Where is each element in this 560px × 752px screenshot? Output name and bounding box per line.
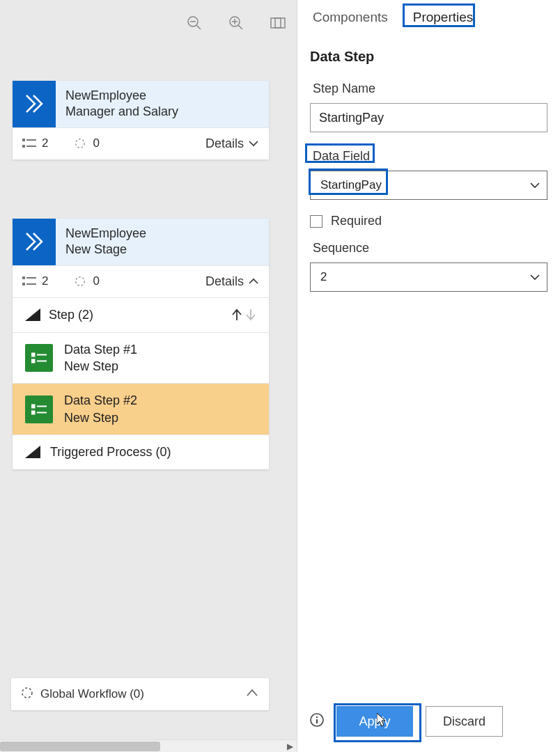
stage-header[interactable]: NewEmployee New Stage [13, 219, 269, 265]
stage-entity: NewEmployee [65, 226, 146, 242]
tab-properties[interactable]: Properties [410, 8, 476, 26]
horizontal-scrollbar[interactable]: ▶ [0, 739, 297, 752]
stage-header[interactable]: NewEmployee Manager and Salary [13, 81, 269, 127]
chevron-up-icon[interactable] [245, 688, 259, 700]
fit-screen-icon[interactable] [267, 13, 288, 33]
steps-count: 2 [22, 136, 48, 150]
info-icon[interactable] [310, 713, 324, 730]
chevron-down-icon [530, 179, 540, 191]
step-name-label: Step Name [310, 80, 378, 97]
panel-footer: Apply Discard [297, 694, 560, 752]
zoom-in-icon[interactable] [226, 13, 247, 33]
svg-rect-8 [275, 18, 281, 28]
data-step-icon [25, 344, 53, 372]
svg-rect-9 [22, 139, 25, 141]
stage-chevron-icon [13, 219, 56, 265]
zoom-out-icon[interactable] [184, 13, 205, 33]
stage-name: New Stage [65, 242, 146, 258]
arrow-up-icon[interactable] [231, 308, 242, 321]
svg-rect-26 [31, 405, 35, 408]
stage-card-manager-salary[interactable]: NewEmployee Manager and Salary 2 0 D [13, 81, 269, 159]
step-row-2[interactable]: Data Step #2 New Step [13, 383, 269, 434]
step-name-input[interactable] [310, 103, 547, 132]
chevron-up-icon [248, 277, 259, 285]
data-step-icon [25, 395, 53, 423]
arrow-down-icon[interactable] [245, 308, 256, 321]
chevron-down-icon [530, 271, 540, 283]
data-field-label: Data Field [310, 148, 373, 165]
panel-section-title: Data Step [310, 49, 547, 65]
stage-entity: NewEmployee [65, 88, 178, 104]
svg-point-18 [76, 277, 84, 285]
triggers-count: 0 [73, 136, 99, 150]
details-toggle[interactable]: Details [205, 274, 259, 289]
svg-rect-16 [22, 283, 25, 285]
svg-line-1 [196, 25, 201, 29]
data-field-select[interactable]: StartingPay [310, 171, 547, 200]
svg-rect-22 [31, 353, 35, 357]
svg-rect-7 [271, 18, 285, 28]
design-canvas: NewEmployee Manager and Salary 2 0 D [0, 0, 297, 752]
steps-header[interactable]: Step (2) [13, 297, 269, 332]
svg-line-4 [238, 25, 242, 29]
svg-rect-24 [31, 359, 35, 363]
svg-rect-28 [31, 411, 35, 414]
details-toggle[interactable]: Details [205, 136, 259, 151]
sequence-label: Sequence [310, 240, 372, 257]
triangle-icon [25, 308, 40, 321]
canvas-toolbar [184, 13, 288, 33]
apply-button[interactable]: Apply [336, 706, 413, 737]
scroll-right-icon[interactable]: ▶ [284, 741, 295, 752]
workflow-icon [21, 687, 33, 702]
scrollbar-thumb[interactable] [0, 742, 160, 751]
chevron-down-icon [248, 139, 259, 148]
steps-count: 2 [22, 274, 48, 288]
properties-panel: Components Properties Data Step Step Nam… [297, 0, 560, 752]
svg-rect-14 [22, 276, 25, 279]
triggered-process-row[interactable]: Triggered Process (0) [13, 434, 269, 469]
triggers-count: 0 [73, 274, 99, 288]
svg-point-13 [76, 139, 84, 148]
stage-name: Manager and Salary [65, 104, 178, 120]
triangle-icon [25, 446, 40, 458]
svg-rect-11 [22, 145, 25, 148]
global-workflow-bar[interactable]: Global Workflow (0) [11, 678, 269, 710]
discard-button[interactable]: Discard [426, 706, 503, 737]
svg-marker-30 [25, 446, 40, 458]
tab-components[interactable]: Components [310, 8, 391, 26]
stage-card-new-stage[interactable]: NewEmployee New Stage 2 0 Details [13, 219, 269, 469]
svg-point-31 [22, 688, 32, 698]
svg-marker-19 [25, 308, 40, 321]
required-checkbox[interactable] [310, 215, 322, 228]
step-row-1[interactable]: Data Step #1 New Step [13, 332, 269, 384]
required-label: Required [331, 214, 382, 228]
sequence-select[interactable]: 2 [310, 263, 547, 292]
stage-chevron-icon [13, 81, 56, 127]
